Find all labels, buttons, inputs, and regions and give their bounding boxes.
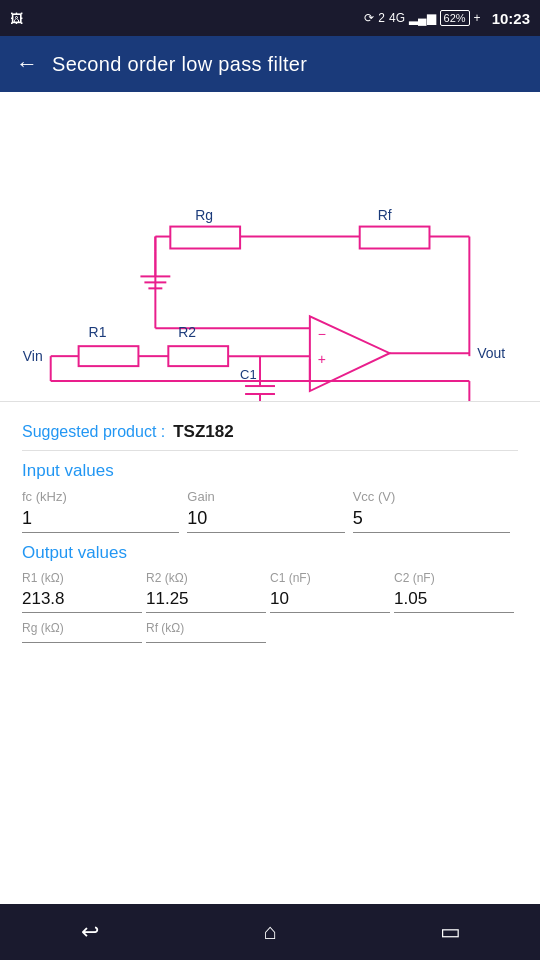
r1-label: R1 (kΩ) [22,571,142,585]
fc-value[interactable]: 1 [22,508,179,533]
rg-rf-row: Rg (kΩ) Rf (kΩ) [22,621,518,643]
vcc-field-group: Vcc (V) 5 [353,489,518,533]
svg-text:−: − [318,326,326,342]
r2-field-group: R2 (kΩ) 11.25 [146,571,270,613]
status-time: 10:23 [492,10,530,27]
gain-value[interactable]: 10 [187,508,344,533]
vcc-value[interactable]: 5 [353,508,510,533]
c2-value: 1.05 [394,589,514,613]
page-title: Second order low pass filter [52,53,307,76]
r1-value: 213.8 [22,589,142,613]
r2-value: 11.25 [146,589,266,613]
bottom-nav: ↩ ⌂ ▭ [0,904,540,960]
nav-home-button[interactable]: ⌂ [240,912,300,952]
status-icons: ⟳ 2 4G ▂▄▆ 62% + [364,10,480,26]
rg-field-group: Rg (kΩ) [22,621,146,643]
r1-field-group: R1 (kΩ) 213.8 [22,571,146,613]
svg-text:Vin: Vin [23,348,43,364]
input-fields-row: fc (kHz) 1 Gain 10 Vcc (V) 5 [22,489,518,533]
c2-label: C2 (nF) [394,571,514,585]
output-values-title: Output values [22,543,518,563]
svg-text:R2: R2 [178,324,196,340]
svg-text:Rf: Rf [378,207,392,223]
empty1 [270,621,394,643]
svg-text:R1: R1 [89,324,107,340]
c1-field-group: C1 (nF) 10 [270,571,394,613]
rg-value [22,639,142,643]
input-values-title: Input values [22,461,518,481]
fc-label: fc (kHz) [22,489,179,504]
signal-bars: ▂▄▆ [409,11,436,25]
svg-text:Vout: Vout [477,345,505,361]
svg-rect-25 [168,346,228,366]
r2-label: R2 (kΩ) [146,571,266,585]
status-icon-image: 🖼 [10,11,23,26]
empty2 [394,621,518,643]
battery-bolt: + [474,11,481,25]
svg-text:Rg: Rg [195,207,213,223]
suggested-product-row: Suggested product : TSZ182 [22,414,518,451]
status-bar: 🖼 ⟳ 2 4G ▂▄▆ 62% + 10:23 [0,0,540,36]
gain-field-group: Gain 10 [187,489,352,533]
rg-label: Rg (kΩ) [22,621,142,635]
vcc-label: Vcc (V) [353,489,510,504]
suggested-label: Suggested product : [22,423,165,441]
suggested-value: TSZ182 [173,422,233,442]
c1-label: C1 (nF) [270,571,390,585]
sim-label: 2 [378,11,385,25]
fc-field-group: fc (kHz) 1 [22,489,187,533]
main-content: Suggested product : TSZ182 Input values … [0,402,540,904]
c2-field-group: C2 (nF) 1.05 [394,571,518,613]
svg-rect-6 [170,227,240,249]
output-fields-row: R1 (kΩ) 213.8 R2 (kΩ) 11.25 C1 (nF) 10 C… [22,571,518,613]
svg-text:C1: C1 [240,367,257,382]
rf-value [146,639,266,643]
c1-value: 10 [270,589,390,613]
nav-recent-button[interactable]: ▭ [420,912,480,952]
gain-label: Gain [187,489,344,504]
signal-icon: 4G [389,11,405,25]
rotate-icon: ⟳ [364,11,374,25]
rf-field-group: Rf (kΩ) [146,621,270,643]
circuit-diagram: Rg Rf − + Vout Vin R1 R2 [0,92,540,402]
nav-back-button[interactable]: ↩ [60,912,120,952]
battery-indicator: 62% [440,10,470,26]
back-button[interactable]: ← [16,51,38,77]
svg-rect-9 [360,227,430,249]
svg-rect-22 [79,346,139,366]
header: ← Second order low pass filter [0,36,540,92]
svg-text:+: + [318,351,326,367]
rf-label: Rf (kΩ) [146,621,266,635]
